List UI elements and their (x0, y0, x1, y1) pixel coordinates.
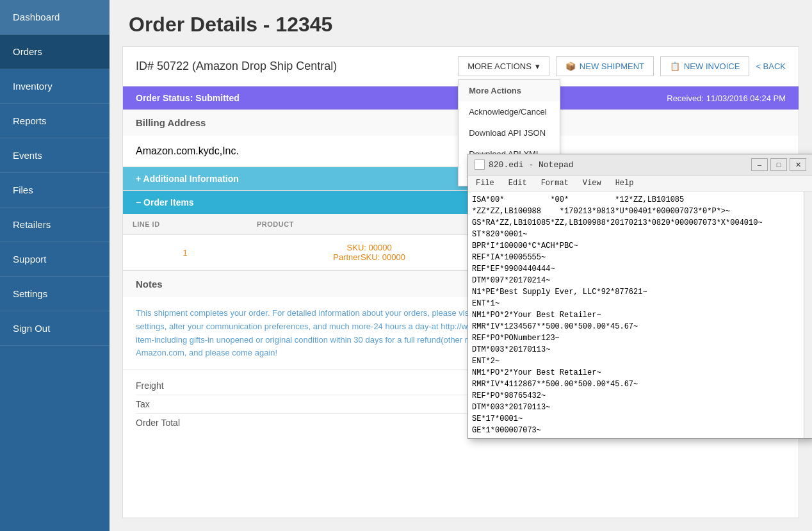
notepad-controls: – □ ✕ (751, 158, 806, 171)
product-sku[interactable]: SKU: 00000 (257, 243, 482, 252)
notepad-window: 820.edi - Notepad – □ ✕ File Edit Format… (467, 154, 812, 439)
billing-address: Amazon.com.kydc,Inc. (136, 145, 239, 156)
sidebar-item-orders[interactable]: Orders (0, 35, 110, 69)
sidebar-item-files[interactable]: Files (0, 173, 110, 208)
sidebar-item-retailers[interactable]: Retailers (0, 208, 110, 242)
order-header: ID# 50722 (Amazon Drop Ship Central) MOR… (123, 47, 799, 86)
back-button[interactable]: < BACK (756, 61, 786, 71)
sidebar-item-events[interactable]: Events (0, 138, 110, 173)
sidebar-item-settings[interactable]: Settings (0, 277, 110, 311)
freight-label: Freight (136, 380, 164, 391)
invoice-icon: 📋 (670, 61, 680, 71)
received-date: Received: 11/03/2016 04:24 PM (667, 94, 786, 103)
billing-body: Amazon.com.kydc,Inc. (123, 136, 460, 167)
notepad-title-text: 820.edi - Notepad (489, 160, 574, 170)
notepad-titlebar: 820.edi - Notepad – □ ✕ (468, 154, 812, 176)
new-shipment-button[interactable]: 📦 NEW SHIPMENT (556, 56, 654, 76)
product-partner-sku[interactable]: PartnerSKU: 00000 (257, 252, 482, 262)
order-total-label: Order Total (136, 418, 180, 428)
sidebar-item-inventory[interactable]: Inventory (0, 69, 110, 104)
notepad-menu-format[interactable]: Format (539, 177, 571, 189)
notepad-file-icon (475, 159, 485, 170)
notepad-menu-file[interactable]: File (473, 177, 497, 189)
sidebar: Dashboard Orders Inventory Reports Event… (0, 0, 110, 531)
sidebar-item-support[interactable]: Support (0, 242, 110, 277)
notepad-close-button[interactable]: ✕ (790, 158, 806, 171)
page-title-bar: Order Details - 12345 (110, 0, 812, 46)
order-status: Order Status: Submitted (136, 93, 240, 103)
notepad-menubar: File Edit Format View Help (468, 176, 812, 192)
sidebar-item-signout[interactable]: Sign Out (0, 311, 110, 346)
notepad-scrollbar[interactable] (804, 192, 812, 438)
more-actions-button[interactable]: MORE ACTIONS ▾ (458, 56, 549, 76)
page-title: Order Details - 12345 (129, 13, 793, 37)
dropdown-header: More Actions (459, 80, 560, 101)
more-actions-container: MORE ACTIONS ▾ More Actions Acknowledge/… (458, 56, 549, 76)
billing-header: Billing Address (123, 110, 460, 136)
cell-line-id: 1 (123, 235, 247, 270)
chevron-down-icon: ▾ (535, 61, 540, 71)
order-id: ID# 50722 (Amazon Drop Ship Central) (136, 60, 337, 73)
tax-label: Tax (136, 399, 150, 409)
notepad-title-area: 820.edi - Notepad (475, 159, 574, 170)
dropdown-acknowledge[interactable]: Acknowledge/Cancel (459, 101, 560, 122)
notepad-menu-view[interactable]: View (580, 177, 604, 189)
cell-product: SKU: 00000 PartnerSKU: 00000 (247, 235, 491, 270)
sidebar-item-dashboard[interactable]: Dashboard (0, 0, 110, 35)
new-invoice-button[interactable]: 📋 NEW INVOICE (660, 56, 749, 76)
col-line-id: LINE ID (123, 214, 247, 235)
order-actions: MORE ACTIONS ▾ More Actions Acknowledge/… (458, 56, 786, 76)
shipment-icon: 📦 (565, 61, 576, 71)
dropdown-download-api-json[interactable]: Download API JSON (459, 122, 560, 143)
notepad-body: ISA*00* *00* *12*ZZ,LB101085 *ZZ*ZZ,LB10… (468, 192, 812, 438)
notepad-content[interactable]: ISA*00* *00* *12*ZZ,LB101085 *ZZ*ZZ,LB10… (468, 192, 804, 438)
billing-section: Billing Address Amazon.com.kydc,Inc. (123, 110, 461, 167)
notepad-minimize-button[interactable]: – (751, 158, 768, 171)
notepad-menu-help[interactable]: Help (613, 177, 637, 189)
sidebar-item-reports[interactable]: Reports (0, 104, 110, 138)
notepad-menu-edit[interactable]: Edit (506, 177, 530, 189)
col-product: PRODUCT (247, 214, 491, 235)
notepad-maximize-button[interactable]: □ (770, 158, 787, 171)
